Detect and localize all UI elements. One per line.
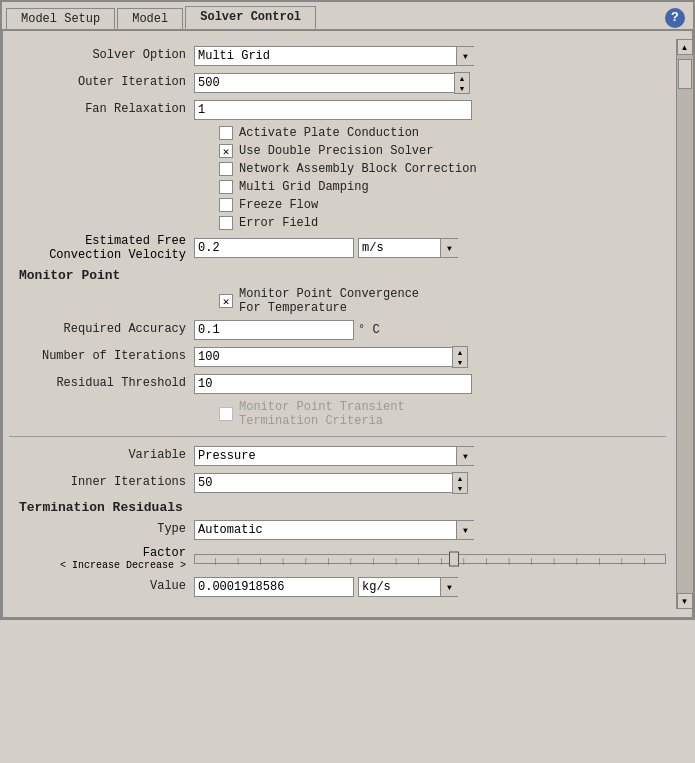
- number-of-iterations-spinner-btns: ▲ ▼: [452, 346, 468, 368]
- outer-iteration-label: Outer Iteration: [9, 75, 194, 91]
- activate-plate-checkbox[interactable]: [219, 126, 233, 140]
- inner-iterations-row: Inner Iterations ▲ ▼: [9, 472, 666, 494]
- variable-row: Variable Pressure Temperature Velocity ▼: [9, 445, 666, 467]
- variable-select[interactable]: Pressure Temperature Velocity: [194, 446, 474, 466]
- scroll-down-button[interactable]: ▼: [677, 593, 693, 609]
- inner-iterations-input[interactable]: [194, 473, 452, 493]
- monitor-point-section-title: Monitor Point: [9, 268, 666, 283]
- scroll-up-button[interactable]: ▲: [677, 39, 693, 55]
- panel: Solver Option Multi Grid Single Grid Dir…: [2, 29, 693, 618]
- solver-option-label: Solver Option: [9, 48, 194, 64]
- solver-option-row: Solver Option Multi Grid Single Grid Dir…: [9, 45, 666, 67]
- inner-iterations-spinner-btns: ▲ ▼: [452, 472, 468, 494]
- residual-threshold-row: Residual Threshold: [9, 373, 666, 395]
- outer-iteration-spinner: ▲ ▼: [194, 72, 470, 94]
- value-unit-select[interactable]: kg/s lb/s: [358, 577, 458, 597]
- content-area: Solver Option Multi Grid Single Grid Dir…: [3, 39, 676, 609]
- factor-row: Factor < Increase Decrease > || || || ||…: [9, 546, 666, 571]
- estimated-free-convection-control: m/s ft/s ▼: [194, 238, 666, 258]
- type-control: Automatic Manual ▼: [194, 520, 666, 540]
- outer-iteration-control: ▲ ▼: [194, 72, 666, 94]
- residual-threshold-input[interactable]: [194, 374, 472, 394]
- residual-threshold-label: Residual Threshold: [9, 376, 194, 392]
- required-accuracy-unit: ° C: [358, 323, 380, 337]
- variable-control: Pressure Temperature Velocity ▼: [194, 446, 666, 466]
- freeze-flow-checkbox[interactable]: [219, 198, 233, 212]
- monitor-point-transient-row: Monitor Point Transient Termination Crit…: [9, 400, 666, 428]
- inner-iterations-label: Inner Iterations: [9, 475, 194, 491]
- solver-option-select-wrap: Multi Grid Single Grid Direct ▼: [194, 46, 474, 66]
- required-accuracy-input[interactable]: [194, 320, 354, 340]
- factor-slider-thumb[interactable]: [449, 551, 459, 566]
- monitor-point-convergence-label: Monitor Point Convergence For Temperatur…: [239, 287, 419, 315]
- scroll-track[interactable]: [677, 55, 693, 593]
- type-row: Type Automatic Manual ▼: [9, 519, 666, 541]
- error-field-checkbox[interactable]: [219, 216, 233, 230]
- type-label: Type: [9, 522, 194, 538]
- tab-model[interactable]: Model: [117, 8, 183, 29]
- multi-grid-damping-checkbox[interactable]: [219, 180, 233, 194]
- outer-iteration-down[interactable]: ▼: [455, 83, 469, 93]
- outer-iteration-input[interactable]: [194, 73, 454, 93]
- convection-unit-select-wrap: m/s ft/s ▼: [358, 238, 458, 258]
- number-of-iterations-down[interactable]: ▼: [453, 357, 467, 367]
- slider-ticks: || || || || || || || || || ||: [195, 557, 665, 565]
- solver-option-select[interactable]: Multi Grid Single Grid Direct: [194, 46, 474, 66]
- convection-unit-select[interactable]: m/s ft/s: [358, 238, 458, 258]
- value-row: Value kg/s lb/s ▼: [9, 576, 666, 598]
- variable-select-wrap: Pressure Temperature Velocity ▼: [194, 446, 474, 466]
- divider-1: [9, 436, 666, 437]
- main-window: Model Setup Model Solver Control ? Solve…: [0, 0, 695, 620]
- variable-label: Variable: [9, 448, 194, 464]
- factor-sublabel: < Increase Decrease >: [60, 560, 186, 571]
- fan-relaxation-input[interactable]: [194, 100, 472, 120]
- tab-solver-control[interactable]: Solver Control: [185, 6, 316, 29]
- estimated-free-convection-label: Estimated Free Convection Velocity: [9, 234, 194, 262]
- activate-plate-row: Activate Plate Conduction: [9, 126, 666, 140]
- double-precision-checkbox[interactable]: ✕: [219, 144, 233, 158]
- value-label: Value: [9, 579, 194, 595]
- inner-iterations-spinner: ▲ ▼: [194, 472, 468, 494]
- termination-residuals-section-title: Termination Residuals: [9, 500, 666, 515]
- multi-grid-damping-label: Multi Grid Damping: [239, 180, 369, 194]
- factor-slider-track[interactable]: || || || || || || || || || ||: [194, 554, 666, 564]
- number-of-iterations-label: Number of Iterations: [9, 349, 194, 365]
- double-precision-row: ✕ Use Double Precision Solver: [9, 144, 666, 158]
- tab-model-setup[interactable]: Model Setup: [6, 8, 115, 29]
- monitor-point-convergence-checkbox[interactable]: ✕: [219, 294, 233, 308]
- monitor-point-transient-checkbox[interactable]: [219, 407, 233, 421]
- freeze-flow-row: Freeze Flow: [9, 198, 666, 212]
- monitor-point-convergence-row: ✕ Monitor Point Convergence For Temperat…: [9, 287, 666, 315]
- factor-label: Factor: [143, 546, 186, 560]
- estimated-free-convection-input[interactable]: [194, 238, 354, 258]
- network-assembly-checkbox[interactable]: [219, 162, 233, 176]
- type-select-wrap: Automatic Manual ▼: [194, 520, 474, 540]
- network-assembly-label: Network Assembly Block Correction: [239, 162, 477, 176]
- outer-iteration-row: Outer Iteration ▲ ▼: [9, 72, 666, 94]
- number-of-iterations-input[interactable]: [194, 347, 452, 367]
- multi-grid-damping-row: Multi Grid Damping: [9, 180, 666, 194]
- freeze-flow-label: Freeze Flow: [239, 198, 318, 212]
- error-field-row: Error Field: [9, 216, 666, 230]
- double-precision-label: Use Double Precision Solver: [239, 144, 433, 158]
- outer-iteration-up[interactable]: ▲: [455, 73, 469, 83]
- error-field-label: Error Field: [239, 216, 318, 230]
- inner-iterations-down[interactable]: ▼: [453, 483, 467, 493]
- tab-bar: Model Setup Model Solver Control ?: [2, 2, 693, 29]
- value-control: kg/s lb/s ▼: [194, 577, 666, 597]
- value-input[interactable]: [194, 577, 354, 597]
- required-accuracy-control: ° C: [194, 320, 666, 340]
- number-of-iterations-spinner: ▲ ▼: [194, 346, 468, 368]
- outer-iteration-spinner-btns: ▲ ▼: [454, 72, 470, 94]
- fan-relaxation-control: [194, 100, 666, 120]
- help-button[interactable]: ?: [665, 8, 685, 28]
- factor-label-wrap: Factor < Increase Decrease >: [9, 546, 194, 571]
- inner-iterations-up[interactable]: ▲: [453, 473, 467, 483]
- fan-relaxation-row: Fan Relaxation: [9, 99, 666, 121]
- scroll-thumb[interactable]: [678, 59, 692, 89]
- number-of-iterations-up[interactable]: ▲: [453, 347, 467, 357]
- type-select[interactable]: Automatic Manual: [194, 520, 474, 540]
- activate-plate-label: Activate Plate Conduction: [239, 126, 419, 140]
- number-of-iterations-row: Number of Iterations ▲ ▼: [9, 346, 666, 368]
- value-unit-select-wrap: kg/s lb/s ▼: [358, 577, 458, 597]
